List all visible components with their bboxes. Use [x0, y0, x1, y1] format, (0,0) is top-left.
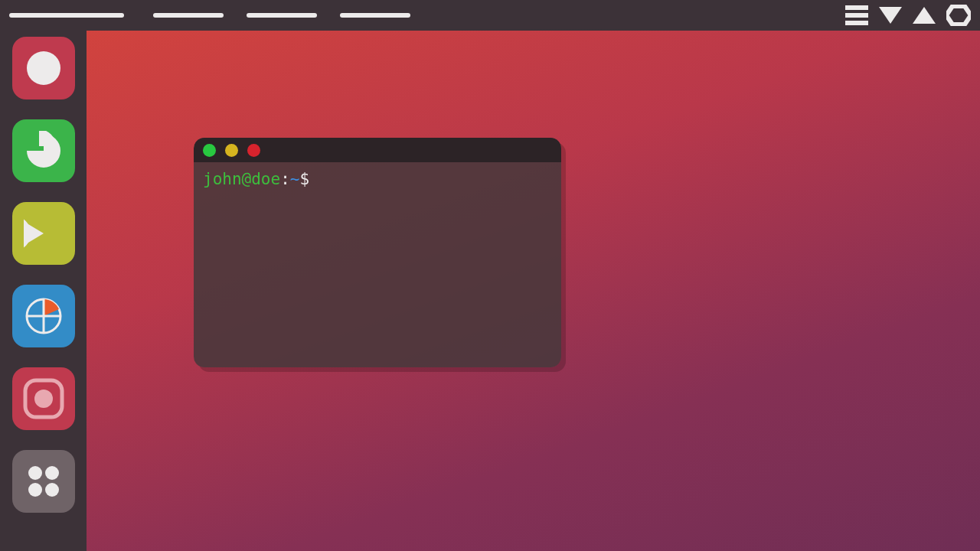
- menu-item[interactable]: [153, 13, 224, 18]
- svg-marker-4: [913, 7, 936, 24]
- launcher-app-pie-green[interactable]: [12, 119, 75, 182]
- terminal-body[interactable]: john@doe:~$: [194, 162, 561, 197]
- system-indicators: [845, 5, 971, 26]
- hexagon-icon[interactable]: [946, 5, 971, 26]
- terminal-prompt-sep: :: [280, 170, 290, 188]
- svg-point-14: [28, 483, 42, 497]
- terminal-window[interactable]: john@doe:~$: [194, 138, 561, 367]
- launcher-dock: [0, 31, 87, 551]
- hamburger-icon[interactable]: [845, 5, 868, 25]
- window-close-icon[interactable]: [247, 144, 260, 157]
- svg-point-6: [27, 51, 60, 85]
- menu-item[interactable]: [340, 13, 410, 18]
- svg-rect-1: [845, 13, 868, 18]
- terminal-prompt-symbol: $: [299, 170, 309, 188]
- svg-point-12: [28, 466, 42, 480]
- svg-point-15: [45, 483, 59, 497]
- svg-marker-5: [946, 6, 971, 24]
- launcher-app-chart[interactable]: [12, 285, 75, 347]
- launcher-app-pacman[interactable]: [12, 202, 75, 265]
- window-minimize-icon[interactable]: [203, 144, 216, 157]
- top-panel: [0, 0, 980, 31]
- menu-item[interactable]: [247, 13, 317, 18]
- terminal-prompt-user: john@doe: [203, 170, 280, 188]
- menu-item[interactable]: [9, 13, 124, 18]
- desktop[interactable]: john@doe:~$: [87, 31, 980, 551]
- svg-rect-2: [845, 21, 868, 25]
- svg-point-11: [34, 390, 53, 408]
- svg-point-13: [45, 466, 59, 480]
- terminal-titlebar[interactable]: [194, 138, 561, 162]
- launcher-app-circle[interactable]: [12, 37, 75, 99]
- launcher-app-grid[interactable]: [12, 450, 75, 513]
- launcher-app-ring[interactable]: [12, 367, 75, 430]
- window-maximize-icon[interactable]: [225, 144, 238, 157]
- svg-rect-0: [845, 5, 868, 10]
- triangle-down-icon[interactable]: [879, 5, 902, 25]
- triangle-up-icon[interactable]: [913, 5, 936, 25]
- svg-marker-3: [879, 7, 902, 24]
- terminal-prompt-path: ~: [290, 170, 300, 188]
- menu-bar: [9, 13, 410, 18]
